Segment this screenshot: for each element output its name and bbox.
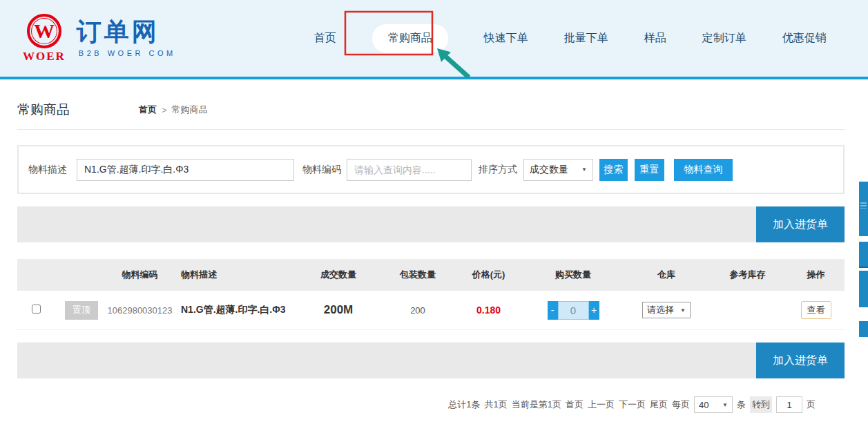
header-action: 操作	[787, 269, 845, 281]
quantity-input[interactable]	[558, 301, 589, 320]
header-price: 价格(元)	[456, 269, 521, 281]
per-page-select-value: 40	[699, 400, 708, 410]
material-desc-input[interactable]	[77, 159, 294, 181]
pagination-page-count: 共1页	[485, 398, 508, 411]
header-material-desc: 物料描述	[173, 269, 297, 281]
cell-material-desc: N1.G管.超薄.印字.白.Φ3	[173, 304, 297, 316]
material-code-input[interactable]	[347, 159, 472, 181]
side-widget-glyph	[860, 202, 867, 209]
pagination: 总计1条 共1页 当前是第1页 首页 上一页 下一页 尾页 每页 40 ▼ 条 …	[17, 396, 845, 413]
main-nav: 首页 常购商品 快速下单 批量下单 样品 定制订单 优惠促销	[314, 24, 827, 52]
header-material-code: 物料编码	[107, 269, 173, 281]
site-name: 订单网	[77, 18, 176, 46]
pagination-last-link[interactable]: 尾页	[650, 398, 668, 411]
add-to-purchase-list-button-top[interactable]: 加入进货单	[756, 206, 845, 242]
nav-item-frequent-goods[interactable]: 常购商品	[372, 24, 448, 52]
header-ref-stock: 参考库存	[708, 269, 787, 281]
cell-deal-qty: 200M	[297, 303, 380, 317]
per-page-select[interactable]: 40 ▼	[694, 396, 733, 413]
side-widget-tab-2[interactable]	[859, 242, 868, 268]
nav-item-home[interactable]: 首页	[314, 31, 336, 46]
pagination-first-link[interactable]: 首页	[566, 398, 584, 411]
per-page-label: 每页	[672, 398, 690, 411]
sort-mode-label: 排序方式	[479, 164, 517, 176]
annotation-arrow-icon	[437, 48, 470, 79]
nav-item-quick-order[interactable]: 快速下单	[484, 31, 528, 46]
page-title: 常购商品	[17, 101, 70, 119]
table-header-row: 物料编码 物料描述 成交数量 包装数量 价格(元) 购买数量 仓库 参考库存 操…	[17, 259, 845, 291]
site-name-block: 订单网 B2B WOER COM	[77, 14, 176, 58]
pagination-total: 总计1条	[448, 398, 480, 411]
header-deal-qty: 成交数量	[297, 269, 380, 281]
site-tagline: B2B WOER COM	[79, 49, 176, 57]
add-to-purchase-list-button-bottom[interactable]: 加入进货单	[756, 343, 845, 378]
main-content: 常购商品 首页 > 常购商品 物料描述 物料编码 排序方式 成交数量 ▼ 搜索 …	[17, 101, 845, 413]
header-buy-qty: 购买数量	[521, 269, 625, 281]
page: W WOER 订单网 B2B WOER COM 首页 常购商品 快速下单 批量下…	[0, 0, 868, 424]
site-header: W WOER 订单网 B2B WOER COM 首页 常购商品 快速下单 批量下…	[0, 0, 868, 79]
goto-page-unit: 页	[807, 398, 816, 411]
pagination-next-link[interactable]: 下一页	[619, 398, 646, 411]
side-widget-tab-4[interactable]	[859, 321, 868, 337]
goto-page-input[interactable]	[776, 396, 802, 413]
side-widget-tab-1[interactable]	[859, 182, 868, 236]
nav-item-samples[interactable]: 样品	[644, 31, 666, 46]
filter-panel: 物料描述 物料编码 排序方式 成交数量 ▼ 搜索 重置 物料查询	[17, 145, 845, 194]
woer-logo-icon: W	[27, 14, 61, 48]
cell-material-code: 1062980030123	[107, 305, 173, 316]
title-row: 常购商品 首页 > 常购商品	[17, 101, 845, 130]
material-lookup-button[interactable]: 物料查询	[674, 159, 733, 181]
cell-price: 0.180	[456, 305, 521, 316]
quantity-stepper: - +	[548, 301, 599, 320]
cell-pin: 置顶	[55, 301, 107, 320]
header-warehouse: 仓库	[625, 269, 708, 281]
caret-down-icon: ▼	[680, 307, 686, 314]
breadcrumb-home-link[interactable]: 首页	[139, 104, 157, 116]
side-widget-tab-3[interactable]	[859, 271, 868, 307]
logo-word: WOER	[23, 50, 66, 64]
warehouse-select-value: 请选择	[647, 304, 674, 316]
row-checkbox[interactable]	[32, 305, 41, 314]
caret-down-icon: ▼	[722, 402, 728, 408]
material-code-label: 物料编码	[302, 164, 341, 176]
cell-buy-qty: - +	[521, 301, 625, 320]
cell-checkbox	[17, 305, 55, 316]
goods-table: 物料编码 物料描述 成交数量 包装数量 价格(元) 购买数量 仓库 参考库存 操…	[17, 259, 845, 330]
cell-action: 查看	[787, 301, 845, 319]
quantity-plus-button[interactable]: +	[589, 301, 599, 320]
reset-button[interactable]: 重置	[635, 159, 664, 181]
quantity-minus-button[interactable]: -	[548, 301, 558, 320]
pagination-prev-link[interactable]: 上一页	[588, 398, 615, 411]
logo[interactable]: W WOER 订单网 B2B WOER COM	[23, 14, 176, 64]
logo-mark: W WOER	[23, 14, 66, 64]
per-page-unit: 条	[737, 398, 746, 411]
goto-page-label: 转到	[750, 396, 772, 413]
pin-to-top-button[interactable]: 置顶	[65, 301, 98, 320]
view-button[interactable]: 查看	[801, 301, 831, 319]
material-desc-label: 物料描述	[28, 164, 67, 176]
breadcrumb-current: 常购商品	[172, 104, 208, 116]
logo-letter: W	[34, 21, 55, 41]
sort-select-value: 成交数量	[530, 164, 568, 176]
table-row: 置顶 1062980030123 N1.G管.超薄.印字.白.Φ3 200M 2…	[17, 291, 845, 330]
header-pack-qty: 包装数量	[380, 269, 456, 281]
cell-pack-qty: 200	[380, 305, 456, 316]
warehouse-select[interactable]: 请选择 ▼	[642, 302, 691, 318]
nav-item-promotions[interactable]: 优惠促销	[782, 31, 827, 46]
search-button[interactable]: 搜索	[599, 159, 628, 181]
pagination-current: 当前是第1页	[512, 398, 561, 411]
action-bar-bottom: 加入进货单	[17, 343, 845, 378]
cell-warehouse: 请选择 ▼	[625, 302, 708, 318]
nav-item-custom-order[interactable]: 定制订单	[702, 31, 746, 46]
caret-down-icon: ▼	[581, 166, 587, 173]
nav-item-bulk-order[interactable]: 批量下单	[564, 31, 608, 46]
sort-select[interactable]: 成交数量 ▼	[523, 159, 593, 181]
breadcrumb: 首页 > 常购商品	[139, 104, 208, 116]
action-bar-top: 加入进货单	[17, 206, 845, 242]
breadcrumb-separator: >	[162, 105, 167, 115]
